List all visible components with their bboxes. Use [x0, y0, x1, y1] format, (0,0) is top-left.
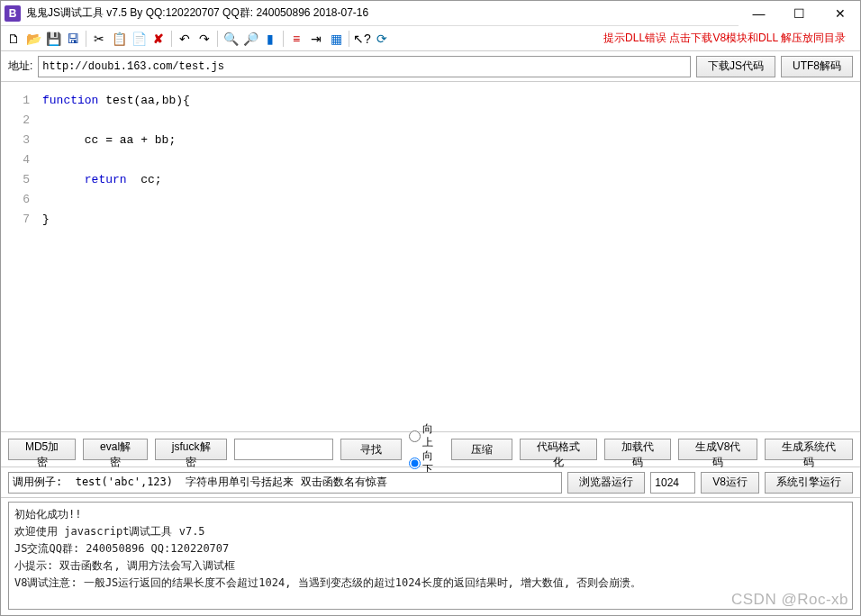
copy-icon[interactable]: 📋: [110, 30, 128, 48]
toolbar-separator: [217, 31, 218, 47]
actions-row: MD5加密 eval解密 jsfuck解密 寻找 向上 向下 压缩 代码格式化 …: [1, 431, 860, 467]
code-content[interactable]: function test(aa,bb){ cc = aa + bb; retu…: [37, 82, 195, 431]
title-bar: B 鬼鬼JS调试工具 v7.5 By QQ:120220707 QQ群: 240…: [1, 1, 860, 26]
save-icon[interactable]: 💾: [44, 30, 62, 48]
v8-run-button[interactable]: V8运行: [701, 472, 759, 494]
address-row: 地址: 下载JS代码 UTF8解码: [1, 51, 860, 82]
paste-icon[interactable]: 📄: [130, 30, 148, 48]
new-file-icon[interactable]: 🗋: [5, 30, 23, 48]
find-input[interactable]: [234, 439, 333, 460]
line-gutter: 1234567: [1, 82, 37, 431]
browser-run-button[interactable]: 浏览器运行: [567, 472, 645, 494]
utf8-decode-button[interactable]: UTF8解码: [781, 56, 853, 77]
undo-icon[interactable]: ↶: [176, 30, 194, 48]
dll-help-text[interactable]: 提示DLL错误 点击下载V8模块和DLL 解压放同目录: [603, 31, 846, 46]
jsfuck-decrypt-button[interactable]: jsfuck解密: [155, 439, 227, 460]
address-label: 地址:: [8, 59, 32, 74]
log-line: 初始化成功!!: [14, 506, 847, 523]
delete-icon[interactable]: ✘: [150, 30, 168, 48]
gen-v8-button[interactable]: 生成V8代码: [678, 439, 757, 460]
window-title: 鬼鬼JS调试工具 v7.5 By QQ:120220707 QQ群: 24005…: [26, 5, 739, 21]
refresh-icon[interactable]: ⟳: [373, 30, 391, 48]
load-code-button[interactable]: 加载代码: [604, 439, 671, 460]
indent-icon[interactable]: ⇥: [307, 30, 325, 48]
call-example-input[interactable]: [8, 472, 562, 494]
gen-sys-button[interactable]: 生成系统代码: [765, 439, 853, 460]
log-panel[interactable]: 初始化成功!! 欢迎使用 javascript调试工具 v7.5 JS交流QQ群…: [8, 502, 853, 610]
outdent-icon[interactable]: ▦: [327, 30, 345, 48]
md5-button[interactable]: MD5加密: [8, 439, 76, 460]
format-button[interactable]: 代码格式化: [520, 439, 597, 460]
close-button[interactable]: ✕: [820, 1, 860, 26]
find-next-icon[interactable]: 🔎: [241, 30, 259, 48]
toolbar-separator: [171, 31, 172, 47]
save-all-icon[interactable]: 🖫: [64, 30, 82, 48]
cut-icon[interactable]: ✂: [90, 30, 108, 48]
minimize-button[interactable]: —: [739, 1, 779, 26]
open-file-icon[interactable]: 📂: [24, 30, 42, 48]
redo-icon[interactable]: ↷: [195, 30, 213, 48]
address-input[interactable]: [38, 56, 691, 77]
radio-up[interactable]: 向上: [409, 422, 444, 449]
toolbar-separator: [283, 31, 284, 47]
toolbar-separator: [349, 31, 349, 47]
call-row: 浏览器运行 V8运行 系统引擎运行: [1, 467, 860, 498]
main-toolbar: 🗋 📂 💾 🖫 ✂ 📋 📄 ✘ ↶ ↷ 🔍 🔎 ▮ ≡ ⇥ ▦ ↖? ⟳ 提示D…: [1, 26, 860, 51]
pointer-help-icon[interactable]: ↖?: [353, 30, 371, 48]
sys-run-button[interactable]: 系统引擎运行: [765, 472, 853, 494]
log-line: V8调试注意: 一般JS运行返回的结果长度不会超过1024, 当遇到变态级的超过…: [14, 575, 847, 592]
maximize-button[interactable]: ☐: [779, 1, 820, 26]
bookmark-icon[interactable]: ▮: [261, 30, 279, 48]
find-button[interactable]: 寻找: [340, 439, 402, 460]
app-icon: B: [5, 5, 21, 22]
code-editor[interactable]: 1234567 function test(aa,bb){ cc = aa + …: [1, 82, 860, 431]
eval-decrypt-button[interactable]: eval解密: [83, 439, 148, 460]
list-icon[interactable]: ≡: [287, 30, 305, 48]
compress-button[interactable]: 压缩: [451, 439, 512, 460]
find-icon[interactable]: 🔍: [222, 30, 240, 48]
log-line: 欢迎使用 javascript调试工具 v7.5: [14, 523, 847, 540]
log-line: 小提示: 双击函数名, 调用方法会写入调试框: [14, 557, 847, 575]
download-js-button[interactable]: 下载JS代码: [696, 56, 775, 77]
log-line: JS交流QQ群: 240050896 QQ:120220707: [14, 540, 847, 557]
buffer-size-input[interactable]: [650, 472, 695, 494]
toolbar-separator: [86, 31, 86, 47]
